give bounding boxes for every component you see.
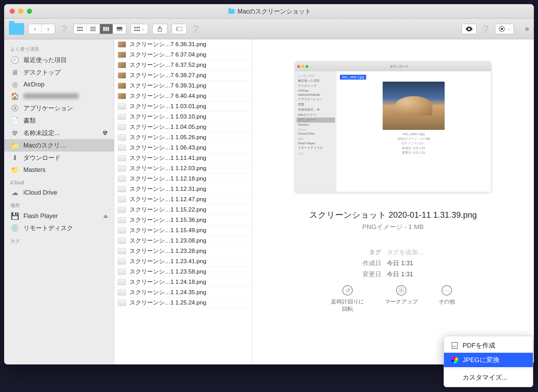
- folder-icon: [228, 9, 235, 14]
- color-wheel-icon: [451, 356, 458, 364]
- file-row[interactable]: スクリーンシ…1 1.15.36.png: [114, 215, 252, 225]
- create-pdf-item[interactable]: PDF PDFを作成: [444, 338, 533, 353]
- file-row[interactable]: スクリーンシ…7 6.37.52.png: [114, 60, 252, 70]
- file-thumbnail: [118, 186, 126, 192]
- overflow-button[interactable]: »: [525, 24, 529, 33]
- sidebar-header: iCloud: [4, 176, 114, 187]
- file-name: スクリーンシ…1 1.12.03.png: [130, 164, 206, 172]
- file-thumbnail: [118, 134, 126, 141]
- rotate-icon: ↺: [342, 285, 353, 296]
- file-row[interactable]: スクリーンシ…1 1.23.41.png: [114, 256, 252, 267]
- file-name: スクリーンシ…1 1.15.22.png: [130, 206, 206, 214]
- file-row[interactable]: スクリーンシ…1 1.12.31.png: [114, 184, 252, 194]
- file-row[interactable]: スクリーンシ…1 1.04.05.png: [114, 122, 252, 132]
- file-row[interactable]: スクリーンシ…7 6.40.44.png: [114, 91, 252, 101]
- file-row[interactable]: スクリーンシ…7 6.39.31.png: [114, 81, 252, 91]
- file-thumbnail: [118, 103, 126, 110]
- minimize-button[interactable]: [18, 9, 23, 14]
- customize-item[interactable]: カスタマイズ...: [444, 370, 533, 385]
- list-view-button[interactable]: [87, 24, 100, 34]
- sidebar-item[interactable]: 🏠: [4, 90, 114, 102]
- file-row[interactable]: スクリーンシ…1 1.24.35.png: [114, 287, 252, 298]
- preview-filetype: PNGイメージ - 1 MB: [362, 223, 424, 231]
- file-row[interactable]: スクリーンシ…7 6.36.31.png: [114, 39, 252, 50]
- file-name: スクリーンシ…7 6.39.31.png: [130, 82, 206, 90]
- svg-rect-1: [79, 27, 81, 28]
- svg-rect-10: [105, 27, 107, 31]
- sidebar-item[interactable]: 🕘最近使った項目: [4, 54, 114, 66]
- file-thumbnail: [118, 196, 126, 203]
- sidebar-item[interactable]: 💿リモートディスク: [4, 222, 114, 234]
- gallery-view-button[interactable]: [113, 24, 126, 34]
- file-thumbnail: [118, 72, 126, 79]
- sidebar-item[interactable]: ⬇ダウンロード: [4, 152, 114, 164]
- sidebar-label: アプリケーション: [23, 104, 73, 112]
- sidebar-header: よく使う項目: [4, 42, 114, 54]
- zoom-button[interactable]: [27, 9, 32, 14]
- sidebar-item[interactable]: 📁Macのスクリ…: [4, 139, 114, 152]
- file-row[interactable]: スクリーンシ…1 1.05.26.png: [114, 132, 252, 143]
- sidebar-item[interactable]: 🖥デスクトップ: [4, 66, 114, 79]
- preview-metadata: タグ タグを追加... 作成日 今日 1:31 変更日 今日 1:31: [363, 248, 423, 278]
- file-row[interactable]: スクリーンシ…1 1.25.24.png: [114, 298, 252, 308]
- rotate-action[interactable]: ↺ 反時計回りに 回転: [331, 285, 364, 313]
- sidebar-item[interactable]: ◎AirDrop: [4, 79, 114, 90]
- sidebar-item[interactable]: ☁iCloud Drive: [4, 187, 114, 198]
- file-row[interactable]: スクリーンシ…1 1.15.22.png: [114, 205, 252, 215]
- sidebar-item[interactable]: 📄書類: [4, 114, 114, 127]
- file-row[interactable]: スクリーンシ…1 1.03.01.png: [114, 101, 252, 112]
- desktop-icon: 🖥: [10, 69, 19, 76]
- file-row[interactable]: スクリーンシ…1 1.12.18.png: [114, 174, 252, 184]
- forward-button[interactable]: ›: [42, 24, 55, 34]
- share-button[interactable]: [152, 24, 167, 34]
- sidebar-item[interactable]: ☢名称未設定...☢: [4, 127, 114, 139]
- burn-icon: ☢: [10, 129, 19, 137]
- file-list[interactable]: スクリーンシ…7 6.36.31.pngスクリーンシ…7 6.37.04.png…: [114, 39, 252, 364]
- tag-placeholder[interactable]: タグを追加...: [387, 248, 423, 256]
- back-button[interactable]: ‹: [29, 24, 42, 34]
- tags-button[interactable]: [172, 24, 187, 34]
- file-row[interactable]: スクリーンシ…1 1.23.58.png: [114, 267, 252, 277]
- group-by-button[interactable]: ⌵: [131, 24, 148, 34]
- file-row[interactable]: スクリーンシ…1 1.03.10.png: [114, 112, 252, 122]
- file-row[interactable]: スクリーンシ…1 1.06.43.png: [114, 143, 252, 153]
- help-icon: ?: [59, 23, 69, 35]
- file-thumbnail: [118, 279, 126, 285]
- download-icon: ⬇: [10, 154, 19, 162]
- file-row[interactable]: スクリーンシ…1 1.11.41.png: [114, 153, 252, 163]
- sidebar-item[interactable]: 💾Flash Player⏏: [4, 210, 114, 222]
- file-row[interactable]: スクリーンシ…1 1.12.03.png: [114, 163, 252, 174]
- close-button[interactable]: [10, 9, 15, 14]
- file-row[interactable]: スクリーンシ…1 1.15.49.png: [114, 225, 252, 236]
- file-name: スクリーンシ…7 6.40.44.png: [130, 92, 206, 100]
- svg-rect-16: [134, 27, 136, 28]
- file-row[interactable]: スクリーンシ…7 6.38.27.png: [114, 70, 252, 81]
- sidebar-item[interactable]: Ⓐアプリケーション: [4, 102, 114, 114]
- folder-icon: 📁: [10, 142, 19, 149]
- file-thumbnail: [118, 269, 126, 275]
- file-row[interactable]: スクリーンシ…1 1.23.28.png: [114, 246, 252, 256]
- nav-buttons: ‹ ›: [28, 24, 55, 34]
- modified-label: 変更日: [363, 270, 381, 278]
- file-row[interactable]: スクリーンシ…7 6.37.04.png: [114, 50, 252, 60]
- quick-look-button[interactable]: [462, 24, 477, 34]
- file-row[interactable]: スクリーンシ…1 1.24.18.png: [114, 277, 252, 287]
- file-row[interactable]: スクリーンシ…1 1.12.47.png: [114, 194, 252, 205]
- action-button[interactable]: ⌵: [495, 24, 514, 34]
- eject-icon[interactable]: ⏏: [103, 213, 108, 219]
- column-view-button[interactable]: [100, 24, 113, 34]
- file-name: スクリーンシ…7 6.38.27.png: [130, 71, 206, 79]
- icon-view-button[interactable]: [74, 24, 87, 34]
- modified-value: 今日 1:31: [387, 270, 423, 278]
- svg-rect-17: [136, 27, 138, 28]
- markup-action[interactable]: Ⓐ マークアップ: [385, 285, 418, 313]
- svg-rect-7: [90, 29, 96, 29]
- svg-point-23: [177, 29, 178, 29]
- svg-rect-0: [77, 27, 79, 28]
- file-name: スクリーンシ…1 1.15.49.png: [130, 226, 206, 234]
- sidebar-item[interactable]: 📁Masters: [4, 164, 114, 176]
- convert-jpeg-item[interactable]: JPEGに変換: [444, 353, 533, 367]
- more-action[interactable]: ⋯ その他: [438, 285, 455, 313]
- file-row[interactable]: スクリーンシ…1 1.23.08.png: [114, 236, 252, 246]
- svg-rect-18: [138, 27, 140, 28]
